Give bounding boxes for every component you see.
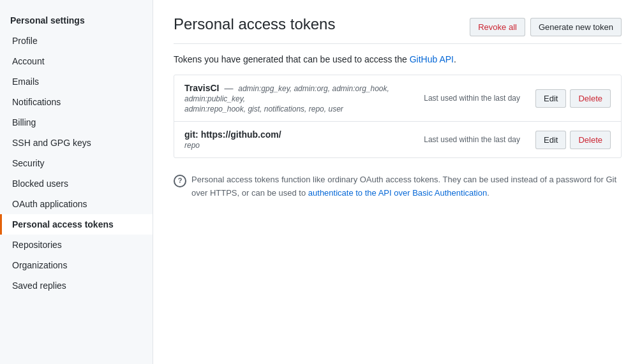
edit-token-button-2[interactable]: Edit — [535, 131, 566, 149]
token-dash: — — [224, 83, 235, 93]
revoke-all-button[interactable]: Revoke all — [470, 18, 525, 36]
token-actions: Edit Delete — [535, 89, 611, 108]
generate-new-token-button[interactable]: Generate new token — [530, 18, 622, 36]
info-icon: ? — [174, 175, 186, 187]
intro-text: Tokens you have generated that can be us… — [174, 54, 622, 64]
token-name-line: TravisCI — admin:gpg_key, admin:org, adm… — [184, 83, 416, 103]
delete-token-button-1[interactable]: Delete — [570, 89, 611, 108]
token-name: git: https://github.com/ — [184, 129, 416, 140]
sidebar: Personal settings Profile Account Emails… — [0, 0, 153, 364]
sidebar-item-notifications[interactable]: Notifications — [0, 92, 153, 112]
sidebar-item-emails[interactable]: Emails — [0, 71, 153, 92]
token-actions: Edit Delete — [535, 131, 611, 149]
edit-token-button-1[interactable]: Edit — [535, 89, 566, 108]
sidebar-item-saved-replies[interactable]: Saved replies — [0, 275, 153, 296]
github-api-link[interactable]: GitHub API — [410, 54, 454, 64]
sidebar-item-profile[interactable]: Profile — [0, 31, 153, 51]
token-row: TravisCI — admin:gpg_key, admin:org, adm… — [174, 75, 621, 122]
basic-auth-link[interactable]: authenticate to the API over Basic Authe… — [308, 188, 487, 198]
sidebar-item-security[interactable]: Security — [0, 153, 153, 173]
sidebar-item-oauth-applications[interactable]: OAuth applications — [0, 194, 153, 214]
token-row: git: https://github.com/ repo Last used … — [174, 122, 621, 157]
token-last-used: Last used within the last day — [424, 135, 520, 144]
main-content: Revoke all Generate new token Personal a… — [153, 0, 642, 364]
token-name: TravisCI — [184, 83, 219, 93]
token-table: TravisCI — admin:gpg_key, admin:org, adm… — [174, 75, 622, 158]
header-actions: Revoke all Generate new token — [470, 18, 622, 36]
info-text: Personal access tokens function like ord… — [191, 173, 622, 200]
info-box: ? Personal access tokens function like o… — [174, 173, 622, 200]
sidebar-item-repositories[interactable]: Repositories — [0, 235, 153, 255]
sidebar-item-ssh-gpg-keys[interactable]: SSH and GPG keys — [0, 133, 153, 153]
token-scopes-line2: admin:repo_hook, gist, notifications, re… — [184, 105, 416, 113]
info-text-end: . — [487, 188, 489, 198]
token-info: TravisCI — admin:gpg_key, admin:org, adm… — [184, 83, 416, 113]
sidebar-item-personal-access-tokens[interactable]: Personal access tokens — [0, 214, 153, 235]
intro-text-after: . — [454, 54, 456, 64]
token-scopes: repo — [184, 141, 416, 150]
token-last-used: Last used within the last day — [424, 94, 520, 103]
sidebar-item-blocked-users[interactable]: Blocked users — [0, 173, 153, 194]
sidebar-item-account[interactable]: Account — [0, 51, 153, 71]
sidebar-item-billing[interactable]: Billing — [0, 112, 153, 133]
token-info: git: https://github.com/ repo — [184, 129, 416, 150]
intro-text-before: Tokens you have generated that can be us… — [174, 54, 410, 64]
sidebar-item-organizations[interactable]: Organizations — [0, 255, 153, 275]
sidebar-heading: Personal settings — [0, 10, 153, 31]
delete-token-button-2[interactable]: Delete — [570, 131, 611, 149]
